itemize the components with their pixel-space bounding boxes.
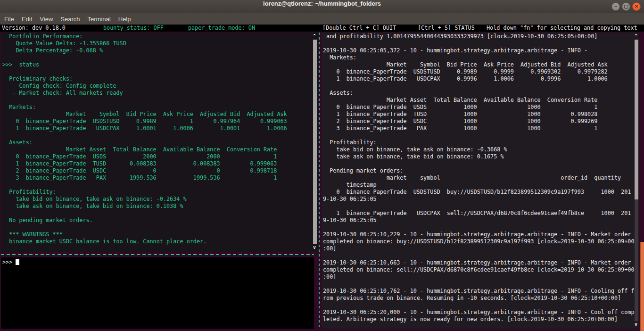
- close-icon: ✕: [635, 4, 638, 9]
- log-line: [323, 281, 639, 288]
- input-prompt: >>>: [2, 259, 16, 265]
- log-line: [323, 132, 639, 139]
- log-line: [323, 83, 639, 90]
- log-line: Profitability:: [323, 139, 639, 146]
- status-line: No pending market orders.: [2, 217, 318, 224]
- log-scroll-track[interactable]: [635, 199, 638, 321]
- pane-divider: [319, 33, 320, 329]
- log-scroll-thumb[interactable]: [635, 40, 638, 199]
- status-line: - Market check: All markets ready: [2, 90, 318, 97]
- log-line: take bid on binance, take ask on binance…: [323, 146, 639, 153]
- minimize-icon: –: [614, 4, 617, 9]
- status-line: 1 binance_PaperTrade USDCPAX 1.0001 1.00…: [2, 125, 318, 132]
- status-line: Profitability:: [2, 189, 318, 196]
- status-line: [2, 182, 318, 189]
- titlebar[interactable]: lorenz@qtlorenz: ~/hummingbot_folders – …: [0, 0, 644, 13]
- log-line: 2019-10-30 06:25:20,000 - 10 - hummingbo…: [323, 309, 639, 316]
- status-line: 0 binance_PaperTrade USDSTUSD 0.9989 1 0…: [2, 118, 318, 125]
- log-line: [323, 252, 639, 259]
- menu-item-file[interactable]: File: [4, 16, 14, 23]
- menu-item-search[interactable]: Search: [60, 16, 80, 23]
- minimize-button[interactable]: –: [611, 2, 620, 11]
- log-scroll-up-icon[interactable]: ^: [633, 33, 639, 40]
- log-line: 1 binance_PaperTrade TUSD 1000 1000 0.99…: [323, 111, 639, 118]
- status-line: 1 binance_PaperTrade TUSD 0.008383 0.008…: [2, 160, 318, 167]
- status-line: Delta Percentage: -0.068 %: [2, 47, 318, 54]
- log-line: Assets:: [323, 90, 639, 97]
- log-line: market symbol order_id quantity: [323, 174, 639, 182]
- menu-item-terminal[interactable]: Terminal: [88, 16, 111, 23]
- log-line: 2019-10-30 06:25:10,663 - 10 - hummingbo…: [323, 259, 639, 266]
- log-line: 3 binance_PaperTrade PAX 1000 1000 1: [323, 125, 639, 132]
- terminal: Version: dev-0.18.0 bounty_status: OFF p…: [0, 25, 644, 331]
- log-line: :00]: [323, 245, 639, 252]
- log-line: [323, 224, 639, 231]
- status-hint: [Ctrl + S] STATUS: [418, 25, 475, 32]
- log-line: 2019-10-30 06:25:10,229 - 10 - hummingbo…: [323, 231, 639, 238]
- status-scroll-thumb[interactable]: [313, 40, 317, 244]
- log-line: 2019-10-30 06:25:10,762 - 10 - hummingbo…: [323, 288, 639, 295]
- log-line: [323, 302, 639, 309]
- log-line: 9-10-30 06:25:05: [323, 196, 639, 203]
- status-line: [2, 97, 318, 104]
- log-line: :00]: [323, 273, 639, 281]
- status-line: Market Asset Total Balance Available Bal…: [2, 146, 318, 153]
- menu-item-help[interactable]: Help: [118, 16, 131, 23]
- maximize-icon: ▢: [624, 4, 628, 9]
- log-line: 0 binance_PaperTrade USDSTUSD 0.9989 0.9…: [323, 68, 639, 75]
- log-line: Market Symbol Bid Price Ask Price Adjust…: [323, 61, 639, 68]
- status-line: Preliminary checks:: [2, 75, 318, 83]
- log-line: take ask on binance, take bid on binance…: [323, 153, 639, 160]
- log-line: Markets:: [323, 54, 639, 61]
- log-line: and profitability 1.00147955440044393033…: [323, 33, 639, 40]
- terminal-overlay-scrollbar[interactable]: [640, 242, 644, 331]
- copy-hint: Hold down "fn" for selecting and copying…: [487, 25, 637, 32]
- status-scroll-up-icon[interactable]: ^: [312, 33, 317, 40]
- close-button[interactable]: ✕: [632, 2, 641, 11]
- status-line: binance market USDC balance is too low. …: [2, 238, 318, 245]
- quit-hint: [Double Ctrl + C] QUIT: [322, 25, 396, 32]
- status-line: Assets:: [2, 139, 318, 146]
- status-line: take ask on binance, take bid on binance…: [2, 203, 318, 210]
- log-pane-content: and profitability 1.00147955440044393033…: [323, 33, 639, 323]
- text-cursor: [16, 259, 19, 265]
- status-line: 3 binance_PaperTrade PAX 1999.536 1999.5…: [2, 174, 318, 182]
- log-pane[interactable]: and profitability 1.00147955440044393033…: [322, 33, 639, 329]
- status-line: [2, 210, 318, 217]
- log-line: 1 binance_PaperTrade USDCPAX sell://USDC…: [323, 210, 639, 217]
- log-line: timestamp: [323, 182, 639, 189]
- maximize-button[interactable]: ▢: [622, 2, 630, 11]
- log-scroll-down-icon[interactable]: v: [633, 321, 639, 328]
- status-scroll-down-icon[interactable]: v: [312, 244, 317, 251]
- status-line: [2, 224, 318, 231]
- status-line: Markets:: [2, 104, 318, 111]
- menu-item-view[interactable]: View: [40, 16, 53, 23]
- status-line: [2, 54, 318, 61]
- status-line: [2, 68, 318, 75]
- status-line: take bid on binance, take ask on binance…: [2, 196, 318, 203]
- status-line: 2 binance_PaperTrade USDC 0 0 0.998718: [2, 167, 318, 174]
- status-line: 0 binance_PaperTrade USDS 2000 2000 1: [2, 153, 318, 160]
- status-line: Quote Value Delta: -1.355866 TUSD: [2, 40, 318, 47]
- log-line: 1 binance_PaperTrade USDCPAX 0.9996 1.00…: [323, 75, 639, 83]
- log-line: 0 binance_PaperTrade USDSTUSD buy://USDS…: [323, 189, 639, 196]
- log-line: leted. Arbitrage strategy is now ready f…: [323, 316, 639, 323]
- window-title: lorenz@qtlorenz: ~/hummingbot_folders: [0, 0, 644, 7]
- bounty-status-label: bounty_status: OFF: [103, 25, 164, 32]
- window-controls: – ▢ ✕: [611, 2, 641, 11]
- log-line: [323, 40, 639, 47]
- log-line: 2019-10-30 06:25:05,372 - 10 - hummingbo…: [323, 47, 639, 54]
- log-line: completed on binance: buy://USDSTUSD/b12…: [323, 238, 639, 245]
- log-line: 9-10-30 06:25:05: [323, 217, 639, 224]
- log-line: [323, 203, 639, 210]
- menu-item-edit[interactable]: Edit: [22, 16, 32, 23]
- log-line: Pending market orders:: [323, 167, 639, 174]
- command-input[interactable]: >>>: [1, 257, 314, 329]
- log-line: 0 binance_PaperTrade USDS 1000 1000 1: [323, 104, 639, 111]
- status-line: - Config check: Config complete: [2, 83, 318, 90]
- status-line: Market Symbol Bid Price Ask Price Adjust…: [2, 111, 318, 118]
- version-label: Version: dev-0.18.0: [2, 25, 66, 32]
- status-line: *** WARNINGS ***: [2, 231, 318, 238]
- status-pane[interactable]: Portfolio Performance: Quote Value Delta…: [1, 33, 318, 252]
- log-line: Market Asset Total Balance Available Bal…: [323, 97, 639, 104]
